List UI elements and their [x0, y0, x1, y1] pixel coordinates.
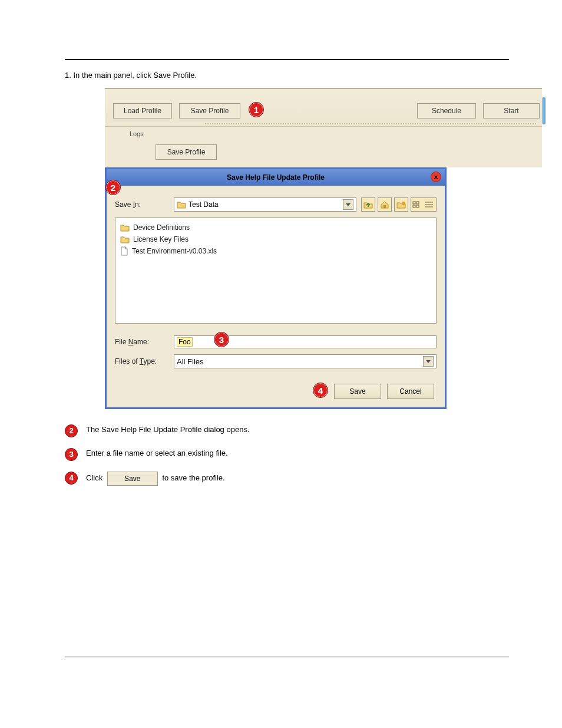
step-text: Enter a file name or select an existing … — [86, 448, 509, 459]
logs-label: Logs — [130, 130, 144, 137]
schedule-button[interactable]: Schedule — [417, 103, 476, 118]
dialog-title-bar: Save Help File Update Profile × — [107, 169, 445, 186]
logs-strip: Logs Save Profile — [105, 126, 542, 167]
save-in-label: Save In: — [115, 200, 174, 209]
up-folder-icon[interactable] — [361, 197, 375, 212]
scrollbar-fragment — [542, 97, 546, 124]
save-profile-button-secondary[interactable]: Save Profile — [156, 144, 217, 160]
save-profile-button[interactable]: Save Profile — [179, 103, 240, 118]
chevron-down-icon[interactable] — [423, 356, 434, 367]
svg-rect-3 — [416, 202, 419, 204]
folder-icon — [120, 235, 130, 243]
file-chooser-toolbar — [361, 197, 437, 212]
folder-icon — [177, 200, 186, 209]
save-in-value: Test Data — [189, 200, 219, 209]
step-number: 4 — [65, 472, 78, 485]
start-button[interactable]: Start — [483, 103, 540, 118]
callout-3: 3 — [214, 332, 229, 347]
chevron-down-icon[interactable] — [343, 199, 353, 210]
file-type-combobox[interactable]: All Files — [174, 354, 437, 368]
save-in-combobox[interactable]: Test Data — [174, 197, 356, 212]
home-icon[interactable] — [378, 197, 392, 212]
step-4: 4 Click Save to save the profile. — [65, 472, 509, 486]
load-profile-button[interactable]: Load Profile — [113, 103, 172, 118]
svg-rect-0 — [384, 205, 386, 208]
step-text: The Save Help File Update Profile dialog… — [86, 424, 509, 435]
step-number: 2 — [65, 424, 78, 437]
screenshot-panel: Load Profile Save Profile 1 Schedule Sta… — [105, 88, 542, 409]
save-in-row: Save In: Test Data — [115, 197, 437, 212]
file-type-value: All Files — [177, 357, 204, 366]
main-toolbar: Load Profile Save Profile 1 Schedule Sta… — [105, 88, 542, 126]
list-item[interactable]: Test Environment-v0.03.xls — [120, 245, 431, 257]
file-name-input[interactable]: Foo — [174, 335, 437, 348]
file-icon — [120, 246, 128, 256]
save-dialog: 2 Save Help File Update Profile × Save I… — [105, 167, 447, 409]
folder-icon — [120, 223, 130, 232]
step-text: Click Save to save the profile. — [86, 472, 509, 486]
list-item[interactable]: Device Definitions — [120, 222, 431, 233]
save-button[interactable]: Save — [334, 384, 381, 399]
view-icons-toggle[interactable] — [411, 197, 437, 212]
step-number: 3 — [65, 448, 78, 461]
svg-point-1 — [402, 202, 405, 205]
new-folder-icon[interactable] — [394, 197, 408, 212]
list-item[interactable]: License Key Files — [120, 233, 431, 245]
close-icon[interactable]: × — [431, 172, 441, 182]
dotted-cut-line — [205, 123, 536, 124]
save-button-inline: Save — [107, 472, 158, 486]
svg-rect-4 — [413, 205, 415, 207]
file-name-label: File Name: — [115, 338, 174, 346]
footer-rule — [65, 657, 509, 657]
file-type-row: Files of Type: All Files — [115, 354, 437, 368]
callout-1: 1 — [249, 102, 264, 117]
file-name-value: Foo — [177, 337, 193, 347]
step-3: 3 Enter a file name or select an existin… — [65, 448, 509, 461]
explanation-steps: 2 The Save Help File Update Profile dial… — [65, 424, 509, 486]
dialog-actions: 4 Save Cancel — [115, 384, 437, 401]
cancel-button[interactable]: Cancel — [387, 384, 434, 399]
callout-2: 2 — [105, 180, 121, 195]
svg-rect-2 — [413, 202, 415, 204]
callout-4: 4 — [313, 383, 328, 398]
file-type-label: Files of Type: — [115, 357, 174, 365]
svg-rect-5 — [416, 205, 419, 207]
step-2: 2 The Save Help File Update Profile dial… — [65, 424, 509, 437]
instruction-step-1: 1. In the main panel, click Save Profile… — [65, 71, 509, 80]
dialog-title-text: Save Help File Update Profile — [227, 173, 325, 182]
header-rule — [65, 59, 509, 71]
file-name-row: File Name: Foo 3 — [115, 335, 437, 348]
file-list[interactable]: Device Definitions License Key Files Tes… — [115, 218, 437, 324]
